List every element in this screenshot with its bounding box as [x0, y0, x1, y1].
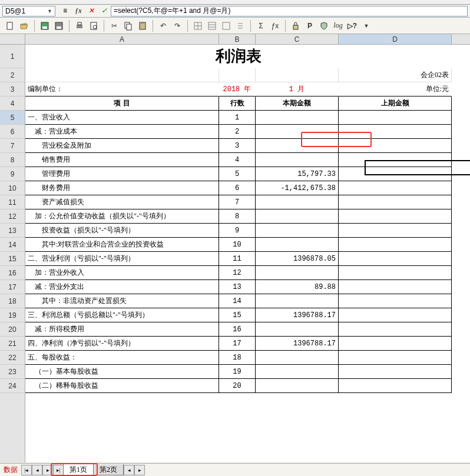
prior-cell[interactable]: [339, 125, 452, 139]
item-cell[interactable]: 一、营业收入: [25, 111, 219, 125]
col-header-d[interactable]: D: [339, 34, 452, 44]
unit-label[interactable]: 编制单位：: [25, 82, 219, 96]
first-page-icon[interactable]: |◂: [21, 465, 32, 475]
item-cell[interactable]: 销售费用: [25, 153, 219, 167]
item-cell[interactable]: 减：营业成本: [25, 125, 219, 139]
dropdown2-icon[interactable]: ▼: [360, 19, 373, 32]
line-cell[interactable]: 12: [219, 266, 256, 280]
grid1-icon[interactable]: [191, 19, 204, 32]
row-header[interactable]: 8: [0, 153, 25, 167]
current-cell[interactable]: [256, 125, 339, 139]
row-header[interactable]: 11: [0, 195, 25, 209]
row-header[interactable]: 15: [0, 252, 25, 266]
col-header-c[interactable]: C: [256, 34, 339, 44]
current-cell[interactable]: [256, 379, 339, 393]
current-cell[interactable]: [256, 111, 339, 125]
prior-cell[interactable]: [339, 280, 452, 294]
cell[interactable]: [219, 68, 256, 82]
current-cell[interactable]: [256, 195, 339, 209]
row-header[interactable]: 6: [0, 125, 25, 139]
prior-cell[interactable]: [339, 337, 452, 351]
prior-cell[interactable]: [339, 139, 452, 153]
line-cell[interactable]: 6: [219, 181, 256, 195]
row-header[interactable]: 16: [0, 266, 25, 280]
print-preview-icon[interactable]: [87, 19, 100, 32]
current-cell[interactable]: 15,797.33: [256, 167, 339, 181]
line-cell[interactable]: 14: [219, 294, 256, 308]
current-cell[interactable]: [256, 294, 339, 308]
prior-cell[interactable]: [339, 322, 452, 337]
row-header[interactable]: 18: [0, 294, 25, 308]
item-cell[interactable]: （二）稀释每股收益: [25, 379, 219, 393]
copy-icon[interactable]: [122, 19, 135, 32]
item-cell[interactable]: 投资收益（损失以"-"号填列）: [25, 224, 219, 238]
line-cell[interactable]: 5: [219, 167, 256, 181]
month-value[interactable]: 1 月: [256, 82, 339, 96]
current-cell[interactable]: 1396878.05: [256, 252, 339, 266]
row-header[interactable]: 2: [0, 68, 25, 82]
prior-cell[interactable]: [339, 266, 452, 280]
header-prior[interactable]: 上期金额: [339, 96, 452, 111]
undo-icon[interactable]: ↶: [157, 19, 170, 32]
col-header-b[interactable]: B: [219, 34, 256, 44]
row-header[interactable]: 14: [0, 238, 25, 252]
row-header[interactable]: 24: [0, 379, 25, 393]
item-cell[interactable]: 减：营业外支出: [25, 280, 219, 294]
prior-cell[interactable]: [339, 308, 452, 322]
prior-cell[interactable]: [339, 238, 452, 252]
row-header[interactable]: 10: [0, 181, 25, 195]
new-icon[interactable]: [4, 19, 16, 32]
col-header-a[interactable]: A: [25, 34, 219, 44]
form-code[interactable]: 会企02表: [339, 68, 452, 82]
year-value[interactable]: 2018 年: [219, 82, 256, 96]
row-header[interactable]: 19: [0, 308, 25, 322]
prior-cell[interactable]: [339, 224, 452, 238]
item-cell[interactable]: 加：营业外收入: [25, 266, 219, 280]
item-cell[interactable]: 资产减值损失: [25, 195, 219, 209]
current-cell[interactable]: 1396788.17: [256, 337, 339, 351]
prev-page-icon[interactable]: ◂: [32, 465, 42, 475]
paste-icon[interactable]: [136, 19, 149, 32]
grid2-icon[interactable]: [206, 19, 219, 32]
header-item[interactable]: 项 目: [25, 96, 219, 111]
item-cell[interactable]: 二、营业利润（亏损以"-"号填列）: [25, 252, 219, 266]
cell[interactable]: [25, 68, 219, 82]
current-cell[interactable]: [256, 322, 339, 337]
line-cell[interactable]: 19: [219, 365, 256, 379]
current-cell[interactable]: 1396788.17: [256, 308, 339, 322]
current-cell[interactable]: [256, 139, 339, 153]
tab-scroll-right-icon[interactable]: ▸: [134, 465, 145, 475]
save-icon[interactable]: [38, 19, 51, 32]
item-cell[interactable]: 四、净利润（净亏损以"-"号填列）: [25, 337, 219, 351]
row-header[interactable]: 5: [0, 111, 25, 125]
sigma-icon[interactable]: Σ: [254, 19, 267, 32]
report-title[interactable]: 利润表: [25, 45, 452, 68]
line-cell[interactable]: 11: [219, 252, 256, 266]
next-page-icon[interactable]: ▸: [42, 465, 53, 475]
item-cell[interactable]: 三、利润总额（亏损总额以"-"号填列）: [25, 308, 219, 322]
header-line[interactable]: 行数: [219, 96, 256, 111]
line-cell[interactable]: 9: [219, 224, 256, 238]
log-icon[interactable]: log: [332, 19, 345, 32]
sheet-tab-2[interactable]: 第2页: [93, 464, 124, 475]
row-header[interactable]: 9: [0, 167, 25, 181]
prior-cell[interactable]: [339, 252, 452, 266]
print-icon[interactable]: [73, 19, 86, 32]
redo-icon[interactable]: ↷: [171, 19, 184, 32]
function-icon[interactable]: ƒx: [73, 6, 84, 16]
row-header[interactable]: 3: [0, 82, 25, 96]
select-all-corner[interactable]: [0, 34, 25, 44]
item-cell[interactable]: 减：所得税费用: [25, 322, 219, 337]
row-header[interactable]: 4: [0, 96, 25, 111]
item-cell[interactable]: 其中：非流动资产处置损失: [25, 294, 219, 308]
open-icon[interactable]: [18, 19, 31, 32]
saveas-icon[interactable]: [52, 19, 65, 32]
prior-cell[interactable]: [339, 111, 452, 125]
shield-icon[interactable]: [317, 19, 330, 32]
accept-icon[interactable]: ✓: [99, 6, 110, 16]
line-cell[interactable]: 18: [219, 351, 256, 365]
current-cell[interactable]: -1,412,675.38: [256, 181, 339, 195]
ungroup-icon[interactable]: [234, 19, 247, 32]
prior-cell[interactable]: [339, 167, 452, 181]
prior-cell[interactable]: [339, 365, 452, 379]
